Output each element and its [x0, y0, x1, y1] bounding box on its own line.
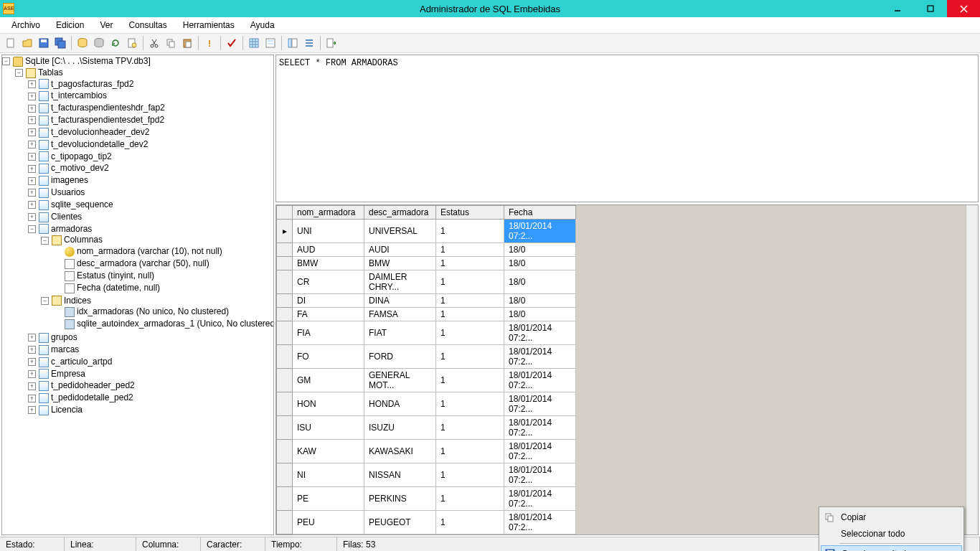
table-row[interactable]: CRDAIMLER CHRY...118/0	[277, 270, 576, 294]
tree-column[interactable]: Fecha (datetime, null)	[77, 283, 160, 293]
cell[interactable]: 1	[436, 321, 504, 345]
row-selector[interactable]	[277, 440, 293, 463]
row-selector[interactable]	[277, 511, 293, 534]
cell[interactable]: 18/0	[504, 257, 576, 270]
table-row[interactable]: FOFORD118/01/2014 07:2...	[277, 345, 576, 369]
cell[interactable]: ISU	[293, 416, 364, 440]
tree-item[interactable]: Licencia	[51, 405, 83, 415]
cell[interactable]: 18/01/2014 07:2...	[504, 220, 576, 243]
cell[interactable]: BMW	[364, 257, 436, 270]
paste-icon[interactable]	[179, 35, 195, 51]
tree-item[interactable]: c_motivo_dev2	[51, 163, 109, 173]
row-selector[interactable]	[277, 487, 293, 511]
cell[interactable]: UNIVERSAL	[364, 220, 436, 243]
tree-indices[interactable]: Indices	[64, 296, 91, 306]
cell[interactable]: KAWASAKI	[364, 440, 436, 463]
tree-column[interactable]: nom_armadora (varchar (10), not null)	[77, 246, 222, 256]
tree-tablas[interactable]: Tablas	[38, 67, 63, 77]
check-icon[interactable]	[224, 35, 240, 51]
table-row[interactable]: AUDAUDI118/0	[277, 243, 576, 257]
cell[interactable]: 18/01/2014 07:2...	[504, 511, 576, 534]
cell[interactable]: DINA	[364, 294, 436, 308]
cell[interactable]: 18/01/2014 07:2...	[504, 345, 576, 369]
cell[interactable]: 1	[436, 440, 504, 463]
cell[interactable]: UNI	[293, 220, 364, 243]
tree-item[interactable]: sqlite_sequence	[51, 199, 113, 209]
tree-item[interactable]: c_articulo_artpd	[51, 357, 112, 367]
explorer-icon[interactable]	[285, 35, 301, 51]
row-selector[interactable]: ▸	[277, 220, 293, 243]
tree-item[interactable]: t_intercambios	[51, 90, 107, 100]
maximize-button[interactable]	[914, 0, 947, 17]
tree-item[interactable]: Clientes	[51, 212, 82, 222]
cell[interactable]: 1	[436, 392, 504, 416]
row-selector[interactable]	[277, 392, 293, 416]
cell[interactable]: AUD	[293, 243, 364, 257]
cell[interactable]: 1	[436, 243, 504, 257]
tree-item[interactable]: c_tipopago_tip2	[51, 151, 112, 161]
tree-item[interactable]: t_facturaspendientesdet_fpd2	[51, 115, 164, 125]
cell[interactable]: 18/0	[504, 308, 576, 321]
cell[interactable]: 1	[436, 487, 504, 511]
cell[interactable]: 1	[436, 369, 504, 392]
cell[interactable]: 18/01/2014 07:2...	[504, 487, 576, 511]
table-row[interactable]: FAFAMSA118/0	[277, 308, 576, 321]
row-selector[interactable]	[277, 294, 293, 308]
cell[interactable]: 1	[436, 294, 504, 308]
tree-item[interactable]: Empresa	[51, 369, 85, 379]
cell[interactable]: HON	[293, 392, 364, 416]
tree-column[interactable]: Estatus (tinyint, null)	[77, 270, 154, 281]
tree-item[interactable]: grupos	[51, 332, 77, 342]
cell[interactable]: 1	[436, 220, 504, 243]
cell[interactable]: HONDA	[364, 392, 436, 416]
row-header[interactable]	[277, 206, 293, 220]
cell[interactable]: ISUZU	[364, 416, 436, 440]
cell[interactable]: BMW	[293, 257, 364, 270]
cell[interactable]: 18/01/2014 07:2...	[504, 440, 576, 463]
close-button[interactable]	[947, 0, 980, 17]
cell[interactable]: FA	[293, 308, 364, 321]
table-row[interactable]: KAWKAWASAKI118/01/2014 07:2...	[277, 440, 576, 463]
tree-item[interactable]: t_pedidoheader_ped2	[51, 380, 135, 390]
cell[interactable]: DI	[293, 294, 364, 308]
results-icon[interactable]	[301, 35, 317, 51]
object-explorer[interactable]: −SqLite [C:\ . . .\Sistema TPV.db3] −Tab…	[1, 55, 274, 535]
menu-consultas[interactable]: Consultas	[121, 19, 174, 32]
cell[interactable]: FO	[293, 345, 364, 369]
tree-item[interactable]: t_devoluciondetalle_dev2	[51, 139, 148, 149]
sql-editor[interactable]: SELECT * FROM ARMADORAS	[275, 55, 979, 202]
cell[interactable]: 18/01/2014 07:2...	[504, 416, 576, 440]
table-row[interactable]: PEUPEUGEOT118/01/2014 07:2...	[277, 511, 576, 534]
ctx-copy[interactable]: Copiar	[821, 509, 962, 525]
cell[interactable]: 1	[436, 463, 504, 487]
newquery-icon[interactable]	[124, 35, 140, 51]
minimize-button[interactable]	[881, 0, 914, 17]
menu-ayuda[interactable]: Ayuda	[243, 19, 282, 32]
row-selector[interactable]	[277, 345, 293, 369]
save-icon[interactable]	[36, 35, 52, 51]
cell[interactable]: FORD	[364, 345, 436, 369]
row-selector[interactable]	[277, 369, 293, 392]
open-icon[interactable]	[19, 35, 35, 51]
cell[interactable]: 18/0	[504, 243, 576, 257]
cell[interactable]: 18/0	[504, 270, 576, 294]
table-row[interactable]: DIDINA118/0	[277, 294, 576, 308]
tree-item[interactable]: t_pedidodetalle_ped2	[51, 392, 133, 402]
tree-item[interactable]: marcas	[51, 344, 79, 354]
saveall-icon[interactable]	[52, 35, 68, 51]
table-row[interactable]: GMGENERAL MOT...118/01/2014 07:2...	[277, 369, 576, 392]
refresh-icon[interactable]	[108, 35, 123, 51]
scrollbar[interactable]	[966, 205, 978, 534]
db-close-icon[interactable]	[91, 35, 107, 51]
tree-item[interactable]: t_devolucionheader_dev2	[51, 127, 149, 137]
table-row[interactable]: PEPERKINS118/01/2014 07:2...	[277, 487, 576, 511]
form-icon[interactable]	[263, 35, 278, 51]
row-selector[interactable]	[277, 270, 293, 294]
tree-item[interactable]: t_pagosfacturas_fpd2	[51, 79, 133, 89]
table-row[interactable]: FIAFIAT118/01/2014 07:2...	[277, 321, 576, 345]
tree-root[interactable]: SqLite [C:\ . . .\Sistema TPV.db3]	[25, 56, 151, 66]
cell[interactable]: 1	[436, 345, 504, 369]
col-header[interactable]: desc_armadora	[364, 206, 436, 220]
row-selector[interactable]	[277, 321, 293, 345]
row-selector[interactable]	[277, 463, 293, 487]
